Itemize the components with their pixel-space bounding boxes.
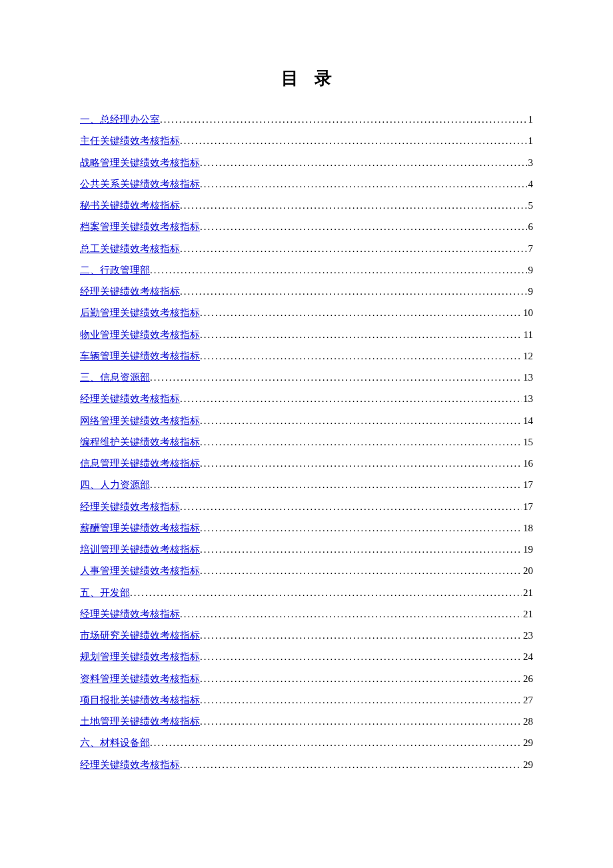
toc-link[interactable]: 经理关键绩效考核指标: [80, 388, 180, 409]
toc-leader-dots: [180, 388, 522, 409]
toc-entry: 经理关键绩效考核指标17: [80, 496, 533, 517]
toc-leader-dots: [200, 539, 522, 560]
toc-page-number: 29: [522, 732, 533, 753]
toc-link[interactable]: 经理关键绩效考核指标: [80, 496, 180, 517]
toc-entry: 档案管理关键绩效考核指标6: [80, 216, 533, 237]
toc-leader-dots: [200, 453, 522, 474]
toc-link[interactable]: 一、总经理办公室: [80, 109, 160, 130]
toc-link[interactable]: 五、开发部: [80, 582, 130, 603]
toc-page-number: 1: [527, 130, 534, 151]
toc-link[interactable]: 三、信息资源部: [80, 367, 150, 388]
toc-entry: 培训管理关键绩效考核指标19: [80, 539, 533, 560]
toc-link[interactable]: 四、人力资源部: [80, 474, 150, 495]
toc-link[interactable]: 培训管理关键绩效考核指标: [80, 539, 200, 560]
toc-link[interactable]: 物业管理关键绩效考核指标: [80, 324, 200, 345]
toc-link[interactable]: 经理关键绩效考核指标: [80, 754, 180, 775]
toc-leader-dots: [180, 238, 527, 259]
toc-link[interactable]: 车辆管理关键绩效考核指标: [80, 345, 200, 367]
toc-leader-dots: [180, 281, 527, 302]
toc-list: 一、总经理办公室1主任关键绩效考核指标1战略管理关键绩效考核指标3公共关系关键绩…: [80, 109, 533, 775]
toc-link[interactable]: 主任关键绩效考核指标: [80, 130, 180, 151]
toc-link[interactable]: 后勤管理关键绩效考核指标: [80, 302, 200, 323]
toc-page-number: 19: [522, 539, 533, 560]
toc-page-number: 10: [522, 302, 533, 323]
toc-link[interactable]: 信息管理关键绩效考核指标: [80, 453, 200, 474]
toc-entry: 主任关键绩效考核指标1: [80, 130, 533, 151]
toc-link[interactable]: 二、行政管理部: [80, 259, 150, 281]
toc-leader-dots: [200, 173, 527, 195]
toc-leader-dots: [180, 130, 527, 151]
toc-link[interactable]: 人事管理关键绩效考核指标: [80, 560, 200, 581]
toc-leader-dots: [200, 431, 522, 453]
toc-link[interactable]: 经理关键绩效考核指标: [80, 281, 180, 302]
toc-entry: 战略管理关键绩效考核指标3: [80, 152, 533, 173]
toc-leader-dots: [200, 689, 522, 711]
toc-link[interactable]: 战略管理关键绩效考核指标: [80, 152, 200, 173]
toc-page-number: 4: [527, 173, 534, 195]
toc-entry: 一、总经理办公室1: [80, 109, 533, 130]
toc-page-number: 13: [522, 367, 533, 388]
toc-link[interactable]: 六、材料设备部: [80, 732, 150, 753]
toc-page-number: 1: [527, 109, 534, 130]
toc-link[interactable]: 市场研究关键绩效考核指标: [80, 625, 200, 646]
toc-page-number: 9: [527, 259, 534, 281]
toc-page-number: 7: [527, 238, 534, 259]
toc-entry: 市场研究关键绩效考核指标23: [80, 625, 533, 646]
toc-entry: 四、人力资源部17: [80, 474, 533, 495]
toc-page-number: 28: [522, 711, 533, 732]
toc-entry: 网络管理关键绩效考核指标14: [80, 410, 533, 431]
toc-link[interactable]: 资料管理关键绩效考核指标: [80, 668, 200, 689]
toc-entry: 规划管理关键绩效考核指标24: [80, 646, 533, 667]
toc-page-number: 12: [522, 345, 533, 367]
toc-leader-dots: [200, 646, 522, 667]
toc-entry: 经理关键绩效考核指标9: [80, 281, 533, 302]
toc-entry: 二、行政管理部9: [80, 259, 533, 281]
toc-page-number: 9: [527, 281, 534, 302]
toc-entry: 五、开发部21: [80, 582, 533, 603]
toc-leader-dots: [160, 109, 527, 130]
toc-page-number: 15: [522, 431, 533, 453]
toc-page-number: 6: [527, 216, 534, 237]
toc-link[interactable]: 薪酬管理关键绩效考核指标: [80, 517, 200, 539]
toc-link[interactable]: 秘书关键绩效考核指标: [80, 195, 180, 216]
toc-entry: 车辆管理关键绩效考核指标12: [80, 345, 533, 367]
toc-entry: 编程维护关键绩效考核指标15: [80, 431, 533, 453]
toc-entry: 经理关键绩效考核指标29: [80, 754, 533, 775]
toc-leader-dots: [150, 474, 522, 495]
toc-link[interactable]: 公共关系关键绩效考核指标: [80, 173, 200, 195]
toc-entry: 经理关键绩效考核指标13: [80, 388, 533, 409]
toc-leader-dots: [200, 216, 527, 237]
toc-page-number: 21: [522, 582, 533, 603]
toc-page-number: 11: [522, 324, 533, 345]
toc-link[interactable]: 经理关键绩效考核指标: [80, 603, 180, 625]
toc-leader-dots: [200, 711, 522, 732]
toc-leader-dots: [200, 517, 522, 539]
toc-link[interactable]: 总工关键绩效考核指标: [80, 238, 180, 259]
toc-page-number: 27: [522, 689, 533, 711]
toc-entry: 物业管理关键绩效考核指标11: [80, 324, 533, 345]
toc-leader-dots: [150, 367, 522, 388]
toc-page-number: 3: [527, 152, 534, 173]
toc-leader-dots: [200, 345, 522, 367]
toc-leader-dots: [200, 560, 522, 581]
toc-leader-dots: [200, 152, 527, 173]
toc-leader-dots: [200, 410, 522, 431]
toc-page-number: 23: [522, 625, 533, 646]
toc-leader-dots: [200, 302, 522, 323]
toc-entry: 项目报批关键绩效考核指标27: [80, 689, 533, 711]
toc-link[interactable]: 网络管理关键绩效考核指标: [80, 410, 200, 431]
toc-entry: 薪酬管理关键绩效考核指标18: [80, 517, 533, 539]
toc-link[interactable]: 规划管理关键绩效考核指标: [80, 646, 200, 667]
toc-leader-dots: [130, 582, 522, 603]
toc-link[interactable]: 土地管理关键绩效考核指标: [80, 711, 200, 732]
toc-link[interactable]: 项目报批关键绩效考核指标: [80, 689, 200, 711]
toc-link[interactable]: 编程维护关键绩效考核指标: [80, 431, 200, 453]
toc-page-number: 14: [522, 410, 533, 431]
toc-link[interactable]: 档案管理关键绩效考核指标: [80, 216, 200, 237]
toc-entry: 后勤管理关键绩效考核指标10: [80, 302, 533, 323]
toc-page-number: 26: [522, 668, 533, 689]
toc-leader-dots: [200, 625, 522, 646]
toc-entry: 资料管理关键绩效考核指标26: [80, 668, 533, 689]
toc-leader-dots: [200, 668, 522, 689]
toc-page-number: 18: [522, 517, 533, 539]
